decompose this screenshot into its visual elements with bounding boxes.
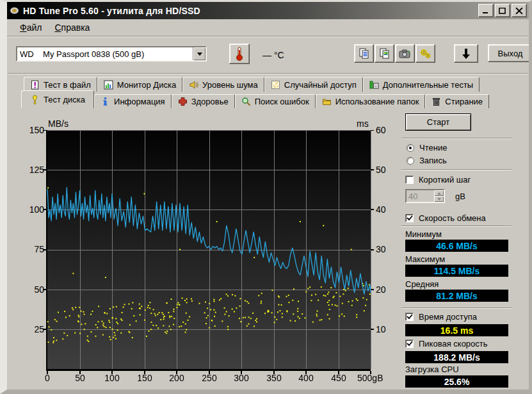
access-time-value: 16.5 ms (405, 324, 508, 336)
temperature-unit: °C (274, 50, 284, 60)
checkbox-unchecked-icon[interactable] (405, 176, 414, 184)
y-right-tick: 30 (376, 244, 401, 254)
tab-row-primary: Тест диска Информация Здоровье Поиск оши… (21, 92, 489, 108)
window-title: HD Tune Pro 5.60 - утилита для HD/SSD (23, 6, 477, 16)
y-left-tick: 100 (20, 204, 44, 215)
radio-selected-icon[interactable] (407, 144, 414, 152)
tab-error-scan[interactable]: Поиск ошибок (235, 94, 316, 108)
menu-bar: Файл Справка (7, 19, 529, 37)
checkbox-checked-icon[interactable] (405, 214, 414, 222)
read-radio[interactable]: Чтение (407, 143, 447, 152)
y-left-tick: 150 (20, 125, 44, 135)
x-tick: 250 (195, 373, 223, 383)
checkbox-checked-icon[interactable] (405, 340, 414, 348)
maximum-label: Максимум (405, 254, 445, 264)
radio-icon[interactable] (407, 157, 414, 165)
disk-test-icon (30, 95, 40, 104)
y-right-tick: 20 (376, 284, 401, 295)
screenshot-button[interactable] (395, 44, 415, 63)
title-bar[interactable]: HD Tune Pro 5.60 - утилита для HD/SSD (7, 2, 529, 19)
down-arrow-icon (437, 198, 441, 201)
menu-help[interactable]: Справка (48, 20, 96, 35)
write-radio[interactable]: Запись (407, 156, 447, 165)
average-value: 81.2 MB/s (405, 290, 508, 302)
burst-rate-value: 188.2 MB/s (405, 351, 508, 363)
stride-unit: gB (455, 192, 465, 201)
x-tick-end: 500gB (357, 373, 394, 383)
cpu-usage-label: Загрузка CPU (405, 365, 459, 374)
x-tick: 100 (98, 373, 126, 383)
separator (401, 308, 512, 309)
erase-icon (431, 97, 441, 106)
camera-icon (399, 49, 411, 59)
separator (401, 138, 512, 139)
maximum-value: 114.5 MB/s (405, 265, 508, 277)
stride-stepper[interactable]: 40 (405, 189, 445, 203)
maximize-icon (499, 8, 506, 14)
close-button[interactable] (512, 4, 527, 17)
left-axis-unit: MB/s (48, 119, 69, 129)
average-label: Средняя (405, 279, 439, 289)
access-time-checkbox[interactable]: Время доступа (405, 312, 477, 322)
copy-text-button[interactable] (354, 44, 374, 63)
right-axis-unit: ms (357, 119, 369, 129)
tab-disk-test[interactable]: Тест диска (21, 90, 94, 108)
copy-image-icon (379, 48, 391, 60)
tab-information[interactable]: Информация (94, 94, 172, 108)
y-left-tick: 125 (20, 165, 44, 175)
temperature-value: — (262, 50, 271, 60)
tab-noise-level[interactable]: Уровень шума (182, 77, 264, 92)
minimize-icon (482, 8, 490, 14)
temperature-readout: — °C (262, 50, 284, 60)
save-results-button[interactable] (454, 44, 478, 63)
tab-erase[interactable]: Стирание (425, 94, 489, 108)
chevron-down-icon[interactable] (193, 47, 206, 60)
tab-health[interactable]: Здоровье (172, 94, 235, 108)
burst-rate-checkbox[interactable]: Пиковая скорость (405, 339, 488, 349)
start-button[interactable]: Старт (405, 113, 471, 131)
x-tick: 0 (33, 373, 61, 383)
exit-button[interactable]: Выход (488, 44, 532, 62)
error-scan-icon (241, 97, 251, 106)
y-left-tick: 25 (20, 324, 44, 334)
info-icon (101, 97, 110, 106)
gears-icon (419, 48, 432, 60)
x-tick: 400 (292, 373, 320, 383)
tab-folder-usage[interactable]: Использование папок (316, 94, 426, 108)
x-tick: 50 (66, 373, 94, 383)
app-icon (10, 6, 19, 15)
drive-select[interactable]: WD My Passport 0838 (500 gB) (16, 46, 207, 62)
tab-file-test[interactable]: Тест в файл (24, 77, 97, 92)
transfer-rate-checkbox[interactable]: Скорость обмена (405, 213, 486, 223)
y-right-tick: 10 (376, 324, 401, 334)
stride-value: 40 (407, 192, 434, 201)
checkbox-checked-icon[interactable] (405, 313, 414, 321)
noise-level-icon (189, 80, 198, 90)
up-arrow-icon (437, 192, 441, 195)
file-test-icon (30, 80, 40, 90)
x-tick: 300 (227, 373, 255, 383)
short-stride-checkbox[interactable]: Короткий шаг (405, 175, 471, 185)
copy-text-icon (359, 48, 370, 60)
x-tick: 200 (163, 373, 191, 383)
minimize-button[interactable] (478, 4, 494, 17)
settings-button[interactable] (415, 44, 435, 63)
stepper-up-button[interactable] (434, 190, 444, 196)
copy-image-button[interactable] (375, 44, 394, 63)
stepper-down-button[interactable] (434, 196, 444, 202)
close-icon (515, 8, 523, 14)
tab-extra-tests[interactable]: Дополнительные тесты (363, 77, 480, 92)
tab-row-secondary: Тест в файл Монитор Диска Уровень шума С… (24, 77, 480, 92)
menu-file[interactable]: Файл (13, 20, 48, 35)
y-right-tick: 60 (376, 125, 401, 135)
y-left-tick: 50 (20, 284, 44, 295)
temperature-button[interactable] (229, 44, 250, 64)
folder-usage-icon (322, 97, 332, 106)
separator (401, 169, 512, 170)
tab-random-access[interactable]: Случайный доступ (264, 77, 363, 92)
toolbar-separator (8, 73, 528, 74)
minimum-value: 46.6 MB/s (405, 240, 508, 252)
benchmark-canvas (43, 130, 376, 374)
maximize-button[interactable] (495, 4, 510, 17)
tab-disk-monitor[interactable]: Монитор Диска (97, 77, 182, 92)
